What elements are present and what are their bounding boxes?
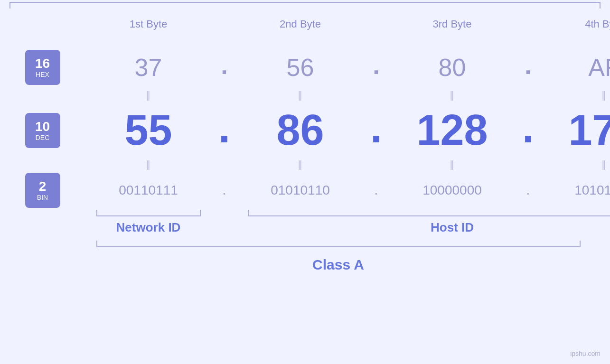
- network-id-label: Network ID: [87, 220, 210, 235]
- header-byte-2: 2nd Byte: [239, 18, 362, 34]
- dec-value-2: 86: [239, 106, 362, 155]
- main-container: 1st Byte 2nd Byte 3rd Byte 4th Byte 16 H…: [0, 0, 610, 364]
- dec-row: 10 DEC 55 . 86 . 128 . 175: [20, 103, 590, 156]
- hex-value-4: AF: [543, 48, 610, 86]
- watermark: ipshu.com: [570, 350, 601, 357]
- dec-dot-1: .: [210, 103, 239, 152]
- bracket-top-4: [9, 2, 601, 9]
- hex-badge: 16 HEX: [25, 50, 60, 85]
- equals-8: ‖: [543, 159, 610, 170]
- header-byte-3: 3rd Byte: [391, 18, 514, 34]
- dec-badge: 10 DEC: [25, 113, 60, 148]
- equals-6: ‖: [239, 159, 362, 170]
- dec-badge-number: 10: [35, 120, 50, 133]
- dec-dot-3: .: [514, 103, 543, 152]
- class-bracket-row: [20, 239, 590, 248]
- bottom-brackets: [20, 208, 590, 218]
- header-byte-1: 1st Byte: [87, 18, 210, 34]
- hex-dot-3: .: [514, 51, 543, 80]
- equals-row-1: ‖ ‖ ‖ ‖: [20, 86, 590, 103]
- dec-value-4: 175: [543, 106, 610, 155]
- bin-value-4: 10101111: [543, 178, 610, 203]
- hex-dot-2: .: [362, 51, 391, 80]
- host-id-label: Host ID: [239, 220, 610, 235]
- hex-row: 16 HEX 37 . 56 . 80 . AF: [20, 48, 590, 86]
- dec-value-3: 128: [391, 106, 514, 155]
- hex-value-1: 37: [87, 48, 210, 86]
- hex-value-2: 56: [239, 48, 362, 86]
- dec-badge-label: DEC: [36, 134, 50, 141]
- bin-value-1: 00110111: [87, 178, 210, 203]
- class-label-row: Class A: [20, 252, 590, 273]
- top-brackets: [20, 38, 590, 48]
- bin-dot-3: .: [514, 183, 543, 198]
- equals-row-2: ‖ ‖ ‖ ‖: [20, 156, 590, 173]
- header-byte-4: 4th Byte: [543, 18, 610, 34]
- equals-5: ‖: [87, 159, 210, 170]
- equals-1: ‖: [87, 89, 210, 101]
- bin-badge: 2 BIN: [25, 173, 60, 208]
- hex-dot-1: .: [210, 51, 239, 80]
- bin-value-3: 10000000: [391, 178, 514, 203]
- equals-4: ‖: [543, 89, 610, 101]
- equals-3: ‖: [391, 89, 514, 101]
- class-bracket: [96, 241, 581, 247]
- hex-badge-number: 16: [35, 57, 50, 70]
- id-labels: Network ID Host ID: [20, 220, 590, 235]
- hex-badge-label: HEX: [36, 71, 49, 78]
- equals-7: ‖: [391, 159, 514, 170]
- hex-value-3: 80: [391, 48, 514, 86]
- bin-row: 2 BIN 00110111 . 01010110 . 10000000 . 1…: [20, 173, 590, 206]
- class-label: Class A: [87, 252, 590, 273]
- bin-badge-label: BIN: [37, 194, 48, 201]
- dec-value-1: 55: [87, 106, 210, 155]
- header-row: 1st Byte 2nd Byte 3rd Byte 4th Byte: [20, 14, 590, 38]
- bin-badge-number: 2: [39, 180, 47, 193]
- equals-2: ‖: [239, 89, 362, 101]
- bin-dot-1: .: [210, 183, 239, 198]
- bin-value-2: 01010110: [239, 178, 362, 203]
- network-id-bracket: [96, 210, 201, 216]
- dec-dot-2: .: [362, 103, 391, 152]
- bin-dot-2: .: [362, 183, 391, 198]
- host-id-bracket: [248, 210, 610, 216]
